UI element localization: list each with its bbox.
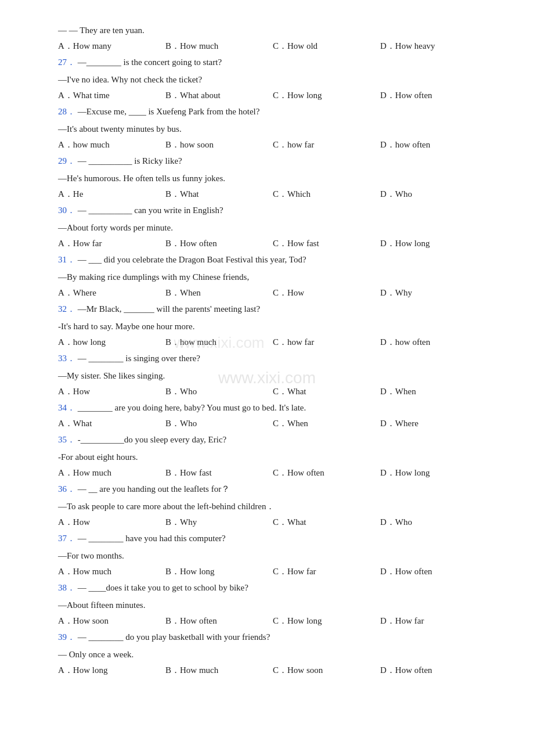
option-b: B．how soon — [165, 139, 273, 150]
option-a: A．how long — [58, 337, 165, 348]
option-c: C．How — [273, 287, 380, 298]
q28-options: A．how much B．how soon C．how far D．how of… — [58, 139, 488, 150]
content-area: ― — They are ten yuan. A．How many B．How … — [58, 23, 488, 676]
option-d: D．Where — [380, 418, 488, 429]
option-c: C．When — [273, 418, 380, 429]
option-a: A．How — [58, 517, 165, 528]
option-a: A．Where — [58, 287, 165, 298]
q31-options: A．Where B．When C．How D．Why — [58, 287, 488, 298]
option-d: D．Who — [380, 517, 488, 528]
option-b: B．Who — [165, 418, 273, 429]
option-b: B．How much — [165, 41, 273, 52]
option-b: B．How long — [165, 566, 273, 577]
q37-sub: —For two months. — [58, 549, 488, 563]
q30-options: A．How far B．How often C．How fast D．How l… — [58, 238, 488, 249]
option-a: A．How soon — [58, 615, 165, 627]
q33-question: 33． — ________ is singing over there? — [58, 351, 488, 365]
q39-options: A．How long B．How much C．How soon D．How o… — [58, 665, 488, 676]
q37-question: 37． — ________ have you had this compute… — [58, 531, 488, 545]
option-a: A．how much — [58, 139, 165, 150]
q27-sub: —I've no idea. Why not check the ticket? — [58, 73, 488, 87]
option-d: D．Who — [380, 189, 488, 200]
option-d: D．How long — [380, 238, 488, 249]
q29-question: 29． — __________ is Ricky like? — [58, 154, 488, 168]
option-d: D．How often — [380, 665, 488, 676]
q39-question: 39． — ________ do you play basketball wi… — [58, 630, 488, 644]
option-d: D．How often — [380, 566, 488, 577]
q30-sub: —About forty words per minute. — [58, 221, 488, 235]
option-c: C．Which — [273, 189, 380, 200]
q33-options: A．How B．Who C．What D．When — [58, 386, 488, 397]
option-b: B．When — [165, 287, 273, 298]
q32-options: A．how long B．how muchwww.xixi.com C．how … — [58, 337, 488, 348]
option-c: C．What — [273, 386, 380, 397]
option-c: C．How often — [273, 467, 380, 478]
option-c: C．What — [273, 517, 380, 528]
option-b: B．Who — [165, 386, 273, 397]
q35-question: 35． -__________do you sleep every day, E… — [58, 433, 488, 447]
option-b: B．How often — [165, 238, 273, 249]
q38-question: 38． — ____does it take you to get to sch… — [58, 581, 488, 595]
option-a: A．How long — [58, 665, 165, 676]
q-intro-options: A．How many B．How much C．How old D．How he… — [58, 41, 488, 52]
option-b: B．What about — [165, 90, 273, 101]
q38-sub: —About fifteen minutes. — [58, 598, 488, 612]
option-b: B．Why — [165, 517, 273, 528]
q30-question: 30． — __________ can you write in Englis… — [58, 203, 488, 217]
option-c: C．how far — [273, 139, 380, 150]
option-a: A．How much — [58, 566, 165, 577]
option-c: C．How long — [273, 615, 380, 627]
option-b: B．how muchwww.xixi.com — [165, 337, 273, 348]
q34-options: A．What B．Who C．When D．Where — [58, 418, 488, 429]
option-d: D．How long — [380, 467, 488, 478]
option-a: A．How far — [58, 238, 165, 249]
q38-options: A．How soon B．How often C．How long D．How … — [58, 615, 488, 627]
q36-sub: —To ask people to care more about the le… — [58, 499, 488, 513]
option-d: D．How often — [380, 90, 488, 101]
option-b: B．How often — [165, 615, 273, 627]
q39-sub: — Only once a week. — [58, 647, 488, 661]
option-d: D．How far — [380, 615, 488, 627]
q37-options: A．How much B．How long C．How far D．How of… — [58, 566, 488, 577]
option-c: C．how far — [273, 337, 380, 348]
q31-question: 31． — ___ did you celebrate the Dragon B… — [58, 253, 488, 267]
option-d: D．Why — [380, 287, 488, 298]
option-c: C．How long — [273, 90, 380, 101]
option-c: C．How fast — [273, 238, 380, 249]
option-a: A．How — [58, 386, 165, 397]
q36-options: A．How B．Why C．What D．Who — [58, 517, 488, 528]
option-d: D．How heavy — [380, 41, 488, 52]
q29-options: A．He B．What C．Which D．Who — [58, 189, 488, 200]
option-a: A．How much — [58, 467, 165, 478]
q32-question: 32． —Mr Black, _______ will the parents'… — [58, 302, 488, 316]
q36-question: 36． — __ are you handing out the leaflet… — [58, 482, 488, 496]
q34-question: 34． ________ are you doing here, baby? Y… — [58, 401, 488, 415]
option-a: A．How many — [58, 41, 165, 52]
option-d: D．how often — [380, 139, 488, 150]
option-b: B．What — [165, 189, 273, 200]
q35-sub: -For about eight hours. — [58, 450, 488, 464]
q28-sub: —It's about twenty minutes by bus. — [58, 122, 488, 136]
q29-sub: —He's humorous. He often tells us funny … — [58, 171, 488, 185]
q28-question: 28． —Excuse me, ____ is Xuefeng Park fro… — [58, 105, 488, 118]
q27-options: A．What time B．What about C．How long D．Ho… — [58, 90, 488, 101]
q33-sub: —My sister. She likes singing. — [58, 369, 488, 383]
option-a: A．What time — [58, 90, 165, 101]
option-b: B．How much — [165, 665, 273, 676]
option-a: A．He — [58, 189, 165, 200]
q27-question: 27． —________ is the concert going to st… — [58, 55, 488, 69]
option-b: B．How fast — [165, 467, 273, 478]
option-a: A．What — [58, 418, 165, 429]
q31-sub: —By making rice dumplings with my Chines… — [58, 270, 488, 284]
option-d: D．When — [380, 386, 488, 397]
dash-prefix: ― — [58, 26, 69, 35]
q35-options: A．How much B．How fast C．How often D．How … — [58, 467, 488, 478]
option-c: C．How old — [273, 41, 380, 52]
intro-line: ― — They are ten yuan. — [58, 23, 488, 37]
intro-text: — They are ten yuan. — [69, 26, 145, 35]
option-c: C．How far — [273, 566, 380, 577]
q32-sub: -It's hard to say. Maybe one hour more. — [58, 319, 488, 333]
option-c: C．How soon — [273, 665, 380, 676]
option-d: D．how often — [380, 337, 488, 348]
